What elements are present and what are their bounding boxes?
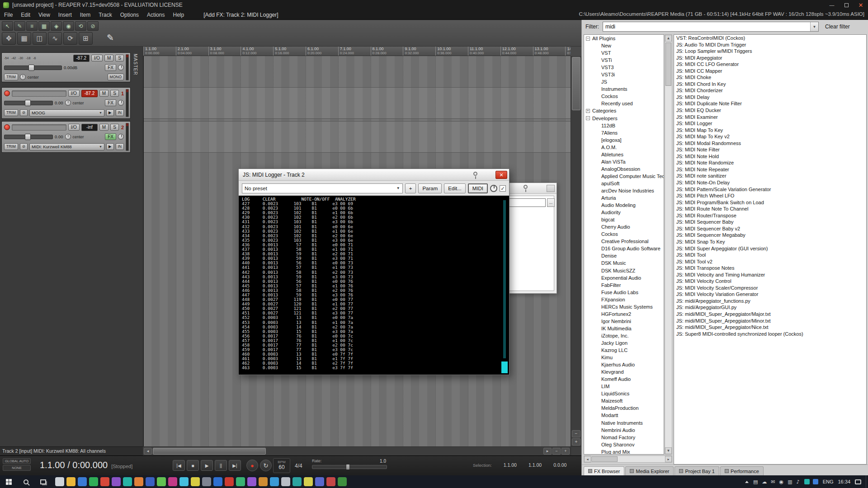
tree-expand-icon[interactable]: + xyxy=(586,109,590,113)
tree-expand-icon[interactable]: − xyxy=(586,116,590,120)
monitor-play-button[interactable]: ▶ xyxy=(106,109,114,116)
pin-icon[interactable] xyxy=(524,185,528,189)
menu-item[interactable]: Help xyxy=(169,12,188,18)
track-panel[interactable]: I/O -87.2 M S 1 0.00 center FX xyxy=(1,87,131,119)
taskbar-app-icon[interactable] xyxy=(66,477,75,486)
param-button[interactable]: Param xyxy=(418,183,442,193)
plugin-list-item[interactable]: JS: MIDI Pattern/Scale Variation Generat… xyxy=(674,186,866,193)
menu-item[interactable]: View xyxy=(34,12,54,18)
scrollbar-thumb[interactable] xyxy=(665,42,671,86)
tree-item[interactable]: LIM xyxy=(584,383,664,390)
midi-button[interactable]: MIDI xyxy=(468,183,488,193)
master-track-panel[interactable]: -54 -42 -30 -18 -6 -87.2 I/O M S 0.00dB … xyxy=(1,52,131,82)
plugin-list-item[interactable]: JS: MIDI Super Arpeggiator (GUI version) xyxy=(674,245,866,252)
plugin-list-item[interactable]: JS: MIDI Note Repeater xyxy=(674,166,866,173)
tree-item[interactable]: FXpansion xyxy=(584,296,664,303)
tree-item[interactable]: Abletunes xyxy=(584,151,664,158)
tree-item[interactable]: arcDev Noise Industries xyxy=(584,187,664,194)
global-auto-button[interactable]: GLOBAL AUTO xyxy=(3,458,31,464)
zoom-in-button[interactable]: + xyxy=(561,448,570,455)
tree-item[interactable]: Recently used xyxy=(584,100,664,107)
docker-tab[interactable]: FX Browser xyxy=(584,466,624,475)
edit-button[interactable]: Edit... xyxy=(444,183,465,193)
taskbar-app-icon[interactable] xyxy=(304,477,313,486)
env-knob[interactable] xyxy=(118,134,124,140)
tree-item[interactable]: Cockos xyxy=(584,93,664,100)
tree-item[interactable]: HGFortunex2 xyxy=(584,310,664,318)
scroll-down-button[interactable]: ▼ xyxy=(665,447,672,454)
tray-icon[interactable]: ▥ xyxy=(788,479,792,485)
pencil-icon[interactable]: ✎ xyxy=(107,33,114,43)
tray-app-icon[interactable] xyxy=(804,479,810,484)
plugin-list-item[interactable]: JS: midi/MIDI_Super_Arpeggiator/Major.tx… xyxy=(674,311,866,318)
toolbar-icon[interactable]: ◈ xyxy=(51,21,62,31)
record-arm-button[interactable] xyxy=(4,90,10,96)
toolbar-icon[interactable]: ∿ xyxy=(48,32,62,45)
plugin-list-item[interactable]: JS: Super8 MIDI-controlled synchronized … xyxy=(674,331,866,338)
plugin-list-item[interactable]: JS: MIDI Velocity and Timing Humanizer xyxy=(674,272,866,278)
plugin-list-item[interactable]: JS: MIDI Note-On Delay xyxy=(674,179,866,186)
record-arm-button[interactable] xyxy=(4,124,10,130)
tree-item[interactable]: Fuse Audio Labs xyxy=(584,289,664,296)
input-selector[interactable]: MIDI: Kurzweil KM88 ▼ xyxy=(29,143,104,150)
repeat-button[interactable]: ↻ xyxy=(260,460,272,471)
close-button[interactable]: ✕ xyxy=(495,171,507,179)
midi-logger-window[interactable]: JS: MIDI Logger - Track 2 ✕ No preset ▼ … xyxy=(238,169,509,375)
tree-item[interactable]: A.O.M. xyxy=(584,144,664,151)
plugin-list-item[interactable]: JS: MIDI Map To Key v2 xyxy=(674,133,866,140)
plugin-list-item[interactable]: JS: MIDI Sequencer Megababy xyxy=(674,232,866,239)
plugin-list-item[interactable]: JS: MIDI Pitch Wheel LFO xyxy=(674,192,866,199)
track-name-field[interactable] xyxy=(12,90,66,97)
tree-expand-icon[interactable]: − xyxy=(586,37,590,41)
plugin-list-item[interactable]: JS: MIDI Program/Bank Switch on Load xyxy=(674,199,866,206)
taskbar-app-icon[interactable] xyxy=(270,477,279,486)
plugin-list-item[interactable]: JS: MIDI Velocity Control xyxy=(674,278,866,285)
task-view-button[interactable] xyxy=(34,475,52,488)
taskbar-app-icon[interactable] xyxy=(179,477,189,486)
env-bypass-button[interactable]: ⊘ xyxy=(20,143,28,150)
tray-icon[interactable]: ☁ xyxy=(762,479,767,485)
env-knob[interactable] xyxy=(118,65,124,70)
search-button[interactable] xyxy=(17,475,34,488)
show-desktop-button[interactable] xyxy=(866,475,868,488)
plugin-list-item[interactable]: JS: MIDI CC LFO Generator xyxy=(674,61,866,68)
plugin-list-item[interactable]: JS: MIDI Chorderizer xyxy=(674,87,866,94)
plugin-list-item[interactable]: JS: MIDI Logger xyxy=(674,120,866,127)
plugin-list-item[interactable]: JS: MIDI Sequencer Baby xyxy=(674,219,866,225)
taskbar-app-icon[interactable] xyxy=(89,477,98,486)
plugin-list-item[interactable]: JS: MIDI Transpose Notes xyxy=(674,265,866,272)
track-lane[interactable] xyxy=(143,121,571,153)
tree-item[interactable]: DSK Music xyxy=(584,259,664,267)
docker-tab[interactable]: Project Bay 1 xyxy=(675,466,719,475)
taskbar-app-icon[interactable] xyxy=(157,477,166,486)
scroll-left-button[interactable]: ◂ xyxy=(144,448,152,455)
plugin-list-item[interactable]: JS: MIDI Tool xyxy=(674,252,866,258)
hidden-icons-chevron-icon[interactable] xyxy=(745,481,749,483)
taskbar-app-icon[interactable] xyxy=(146,477,155,486)
toolbar-icon[interactable]: ◉ xyxy=(63,21,74,31)
track-lane[interactable] xyxy=(143,87,571,119)
plugin-list-item[interactable]: JS: midi/ArpeggiatorGUI.py xyxy=(674,304,866,311)
tree-item[interactable]: Arturia xyxy=(584,194,664,202)
tray-icon[interactable]: ✉ xyxy=(771,479,775,485)
fader-handle[interactable] xyxy=(28,65,34,71)
tree-item[interactable]: Native Instruments xyxy=(584,419,664,426)
tree-item[interactable]: Oleg Sharonov xyxy=(584,441,664,448)
record-button[interactable]: ● xyxy=(246,460,258,471)
fx-button[interactable]: FX xyxy=(105,99,116,106)
toolbar-icon[interactable]: ≡ xyxy=(26,21,38,31)
plugin-list-item[interactable]: JS: midi/MIDI_Super_Arpeggiator/Minor.tx… xyxy=(674,318,866,324)
plugin-list-item[interactable]: JS: MIDI Chord In Key xyxy=(674,81,866,88)
menu-item[interactable]: Options xyxy=(116,12,143,18)
plugin-list-item[interactable]: JS: MIDI Route Note To Channel xyxy=(674,206,866,212)
tree-item[interactable]: Exponential Audio xyxy=(584,274,664,282)
io-button[interactable]: I/O xyxy=(68,124,80,131)
window-button[interactable] xyxy=(547,185,555,192)
tree-item[interactable]: VST3i xyxy=(584,71,664,78)
scrollbar-thumb[interactable] xyxy=(572,57,580,110)
tree-item[interactable]: Creative Professional xyxy=(584,238,664,245)
tree-vertical-scrollbar[interactable]: ▲ ▼ xyxy=(665,34,672,455)
zoom-in-button[interactable]: + xyxy=(572,438,580,446)
tree-item[interactable]: + Categories xyxy=(584,107,664,114)
add-preset-button[interactable]: + xyxy=(405,183,416,193)
